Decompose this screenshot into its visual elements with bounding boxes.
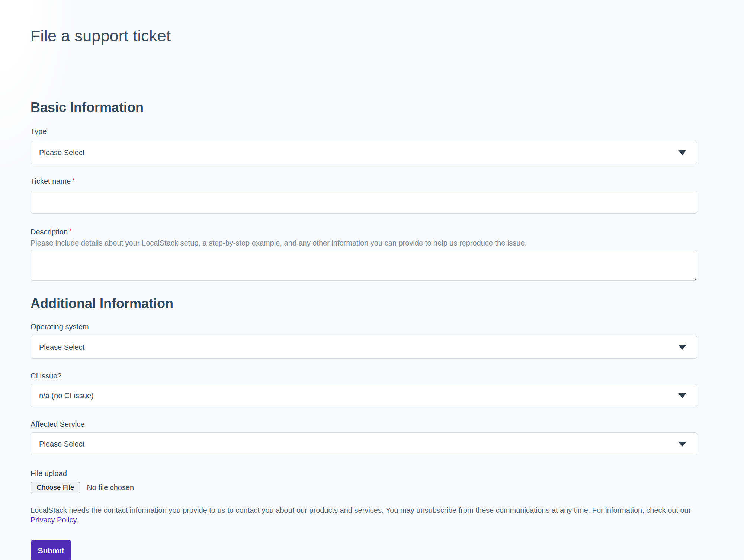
section-heading-additional: Additional Information [31, 295, 697, 311]
page-title: File a support ticket [31, 26, 697, 45]
ci-issue-label-text: CI issue? [31, 372, 61, 380]
support-ticket-form: File a support ticket Basic Information … [0, 0, 744, 560]
file-chosen-status: No file chosen [87, 483, 134, 492]
ci-issue-select[interactable]: n/a (no CI issue) [31, 384, 697, 407]
type-select[interactable]: Please Select [31, 141, 697, 164]
file-upload-label-text: File upload [31, 469, 67, 477]
privacy-policy-link[interactable]: Privacy Policy [31, 516, 76, 524]
description-textarea[interactable] [31, 250, 697, 281]
caret-down-icon [678, 393, 686, 398]
field-label-ci-issue: CI issue? [31, 371, 697, 381]
field-label-type: Type [31, 127, 697, 136]
submit-button[interactable]: Submit [31, 540, 71, 560]
type-select-value: Please Select [39, 148, 84, 157]
file-upload-control: Choose File No file chosen [31, 482, 697, 493]
affected-service-select-value: Please Select [39, 440, 84, 448]
operating-system-select-value: Please Select [39, 343, 84, 352]
field-label-operating-system: Operating system [31, 322, 697, 332]
required-asterisk: * [69, 228, 72, 235]
field-label-description: Description* [31, 227, 697, 237]
ticket-name-input[interactable] [31, 191, 697, 214]
affected-service-label-text: Affected Service [31, 420, 84, 428]
type-label-text: Type [31, 127, 46, 135]
ticket-name-label-text: Ticket name [31, 177, 71, 185]
section-heading-basic: Basic Information [31, 99, 697, 115]
caret-down-icon [678, 442, 686, 447]
operating-system-label-text: Operating system [31, 323, 89, 331]
affected-service-select[interactable]: Please Select [31, 432, 697, 455]
field-label-ticket-name: Ticket name* [31, 176, 697, 186]
caret-down-icon [678, 150, 686, 155]
operating-system-select[interactable]: Please Select [31, 336, 697, 359]
ci-issue-select-value: n/a (no CI issue) [39, 391, 94, 400]
caret-down-icon [678, 345, 686, 350]
disclaimer-text: LocalStack needs the contact information… [31, 505, 697, 525]
required-asterisk: * [72, 177, 75, 185]
disclaimer-after-link: . [76, 516, 78, 524]
field-label-affected-service: Affected Service [31, 419, 697, 429]
description-label-text: Description [31, 228, 68, 236]
field-label-file-upload: File upload [31, 468, 697, 478]
choose-file-button[interactable]: Choose File [31, 482, 80, 493]
description-helper-text: Please include details about your LocalS… [31, 238, 697, 248]
disclaimer-before-link: LocalStack needs the contact information… [31, 506, 691, 514]
